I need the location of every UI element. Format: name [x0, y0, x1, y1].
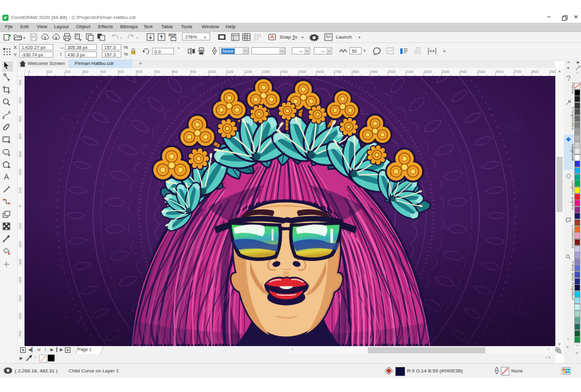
svg-text:A: A: [4, 173, 9, 181]
svg-text:F: F: [76, 34, 78, 39]
svg-text:PDF: PDF: [169, 33, 177, 37]
